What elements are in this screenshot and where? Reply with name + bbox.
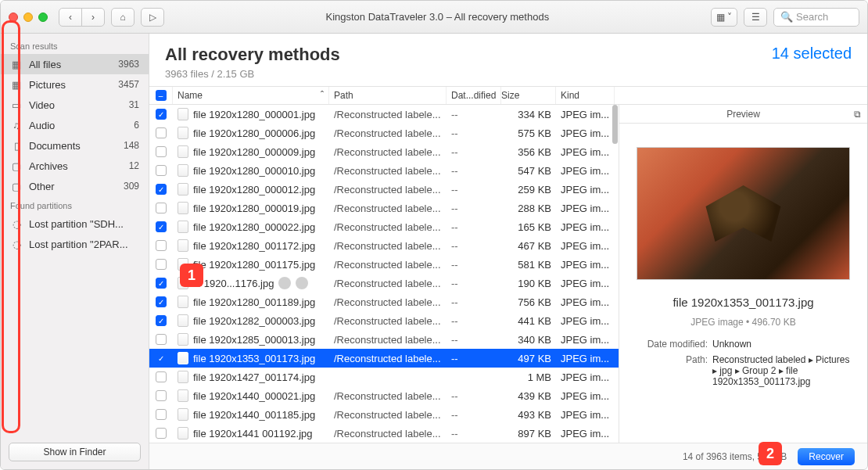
file-icon [178, 145, 188, 158]
sidebar-item-documents[interactable]: ▯Documents148 [1, 135, 149, 156]
preview-filename: file 1920x1353_001173.jpg [619, 291, 867, 314]
sidebar-partition[interactable]: ◌Lost partition "SDH... [1, 213, 149, 234]
table-row[interactable]: file 1920x1440_001185.jpg/Reconstructed … [149, 405, 619, 424]
forward-button[interactable]: › [81, 8, 105, 27]
sidebar-item-audio[interactable]: ♫Audio6 [1, 115, 149, 135]
row-checkbox[interactable] [156, 165, 167, 176]
row-checkbox[interactable] [156, 146, 167, 157]
row-checkbox[interactable] [156, 334, 167, 345]
sidebar-partition[interactable]: ◌Lost partition "2PAR... [1, 234, 149, 254]
sidebar-item-archives[interactable]: ▢Archives12 [1, 156, 149, 176]
disk-icon: ◌ [10, 239, 23, 250]
scrollbar-thumb[interactable] [612, 105, 618, 144]
table-row[interactable]: file 1920x1441 001192.jpg/Reconstructed … [149, 424, 619, 443]
table-row[interactable]: ✓file 1920x1280_000022.jpg/Reconstructed… [149, 217, 619, 236]
row-checkbox[interactable]: ✓ [156, 315, 167, 326]
file-kind: JPEG im... [556, 165, 615, 177]
file-path: /Reconstructed labele... [329, 165, 447, 177]
recover-button[interactable]: Recover [798, 448, 855, 465]
table-row[interactable]: file 1920x1280_000009.jpg/Reconstructed … [149, 142, 619, 161]
file-date: -- [447, 353, 501, 364]
col-name[interactable]: Nameˆ [173, 87, 329, 104]
table-row[interactable]: ✓file 1920x1353_001173.jpg/Reconstructed… [149, 349, 619, 368]
table-row[interactable]: file 1920x1280_001175.jpg/Reconstructed … [149, 255, 619, 274]
table-row[interactable]: ✓file 1920x1280_000012.jpg/Reconstructed… [149, 180, 619, 199]
table-row[interactable]: ✓file 1920x1280_000001.jpg/Reconstructed… [149, 105, 619, 124]
quicklook-icon[interactable] [278, 277, 291, 289]
row-checkbox[interactable] [156, 203, 167, 213]
file-kind: JPEG im... [556, 334, 615, 346]
close-icon[interactable] [9, 13, 18, 22]
row-checkbox[interactable] [156, 390, 167, 401]
col-size[interactable]: Size [501, 87, 556, 104]
home-button[interactable]: ⌂ [111, 8, 135, 27]
row-checkbox[interactable]: ✓ [156, 296, 167, 307]
file-path: /Reconstructed labele... [329, 109, 447, 120]
table-row[interactable]: ✓file 1920x1280_001189.jpg/Reconstructed… [149, 292, 619, 311]
file-kind: JPEG im... [556, 146, 615, 158]
page-subtitle: 3963 files / 2.15 GB [165, 68, 340, 80]
window-controls [9, 13, 48, 22]
row-checkbox[interactable]: ✓ [156, 109, 167, 120]
filter-button[interactable]: ☰ [744, 8, 767, 27]
col-date[interactable]: Dat...dified [447, 87, 501, 104]
row-checkbox[interactable] [156, 240, 167, 251]
table-row[interactable]: file 1920x1280_000006.jpg/Reconstructed … [149, 124, 619, 142]
minimize-icon[interactable] [23, 13, 33, 22]
table-row[interactable]: ✓file 1920x1282_000003.jpg/Reconstructed… [149, 311, 619, 330]
search-input[interactable]: 🔍 Search [773, 8, 859, 27]
sidebar-item-count: 12 [129, 160, 139, 171]
table-row[interactable]: file 1920x1285_000013.jpg/Reconstructed … [149, 330, 619, 349]
back-button[interactable]: ‹ [59, 8, 82, 27]
file-path: /Reconstructed labele... [329, 409, 447, 421]
sidebar-item-pictures[interactable]: ▦Pictures3457 [1, 74, 149, 95]
show-in-finder-button[interactable]: Show in Finder [9, 443, 141, 461]
file-kind: JPEG im... [556, 428, 615, 440]
locate-icon[interactable] [296, 277, 308, 289]
col-kind[interactable]: Kind [556, 87, 615, 104]
file-kind: JPEG im... [556, 203, 615, 214]
file-size: 756 KB [501, 296, 556, 308]
preview-date-value: Unknown [712, 339, 853, 350]
row-checkbox[interactable]: ✓ [156, 184, 167, 195]
row-checkbox[interactable]: ✓ [156, 353, 167, 364]
row-checkbox[interactable] [156, 409, 167, 420]
file-size: 581 KB [501, 259, 556, 271]
file-name: file 1920x1353_001173.jpg [193, 353, 315, 364]
sidebar-item-count: 3963 [118, 59, 139, 70]
play-button[interactable]: ▷ [141, 8, 164, 27]
select-all-checkbox[interactable]: – [156, 90, 167, 101]
file-kind: JPEG im... [556, 390, 615, 402]
file-list: ✓file 1920x1280_000001.jpg/Reconstructed… [149, 105, 619, 443]
table-row[interactable]: file 1920x1427_001174.jpg1 MBJPEG im... [149, 368, 619, 386]
file-icon [178, 389, 188, 402]
file-icon [178, 333, 188, 346]
sidebar-item-all-files[interactable]: ▦All files3963 [1, 54, 149, 74]
table-row[interactable]: file 1920x1440_000021.jpg/Reconstructed … [149, 386, 619, 405]
file-name: file 1920x1440_001185.jpg [193, 409, 315, 421]
popout-icon[interactable]: ⧉ [854, 109, 861, 120]
row-checkbox[interactable] [156, 259, 167, 270]
zoom-icon[interactable] [38, 13, 48, 22]
sidebar-item-other[interactable]: ▢Other309 [1, 176, 149, 196]
row-checkbox[interactable]: ✓ [156, 278, 167, 289]
category-icon: ♫ [10, 120, 23, 131]
row-checkbox[interactable] [156, 127, 167, 138]
table-row[interactable]: file 1920x1280_000010.jpg/Reconstructed … [149, 161, 619, 180]
file-name: file 1920x1441 001192.jpg [193, 428, 313, 440]
file-date: -- [447, 165, 501, 177]
file-path: /Reconstructed labele... [329, 390, 447, 402]
row-checkbox[interactable]: ✓ [156, 221, 167, 232]
row-checkbox[interactable] [156, 371, 167, 382]
table-row[interactable]: file 1920x1280_001172.jpg/Reconstructed … [149, 236, 619, 255]
file-path: /Reconstructed labele... [329, 278, 447, 289]
row-checkbox[interactable] [156, 428, 167, 439]
col-path[interactable]: Path [329, 87, 447, 104]
table-row[interactable]: file 1920x1280_000019.jpg/Reconstructed … [149, 199, 619, 217]
table-row[interactable]: ✓le 1920...1176.jpg/Reconstructed labele… [149, 274, 619, 292]
sidebar-item-video[interactable]: ▭Video31 [1, 95, 149, 115]
sidebar-item-label: Archives [29, 160, 123, 172]
view-mode-button[interactable]: ▦ ˅ [711, 8, 737, 27]
file-size: 897 KB [501, 428, 556, 440]
file-icon [178, 108, 188, 120]
